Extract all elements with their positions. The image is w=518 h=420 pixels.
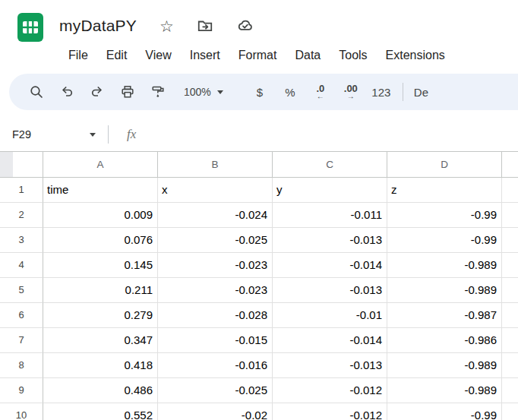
cell[interactable]: -0.012 [273,378,387,403]
menu-extensions[interactable]: Extensions [377,46,454,65]
format-currency-button[interactable]: $ [245,78,275,106]
star-icon[interactable]: ☆ [160,18,174,34]
formula-bar: F29 fx [0,118,518,151]
cell[interactable]: 0.347 [43,328,158,353]
table-row: 70.347-0.015-0.014-0.986 [0,328,518,353]
paint-format-button[interactable] [143,78,173,106]
row-header-7[interactable]: 7 [0,328,43,353]
cell[interactable]: -0.989 [387,378,502,403]
cell[interactable]: -0.014 [273,253,387,278]
zoom-selector[interactable]: 100% [176,78,231,106]
increase-decimal-button[interactable]: .00 → [336,78,366,106]
cell[interactable] [502,328,518,353]
cell[interactable]: -0.99 [387,403,502,420]
cell[interactable] [502,403,518,420]
column-header-d[interactable]: D [387,152,502,177]
cell[interactable]: -0.025 [158,378,273,403]
toolbar-wrap: 100% $ % .0 ← .00 → 123 [9,74,518,110]
font-selector[interactable]: De [409,78,433,106]
cell[interactable]: -0.989 [387,353,502,378]
cell[interactable]: -0.025 [158,228,273,253]
row-header-5[interactable]: 5 [0,278,43,303]
menu-edit[interactable]: Edit [97,46,137,65]
cell[interactable]: -0.987 [387,303,502,328]
more-formats-button[interactable]: 123 [366,78,396,106]
search-icon [29,84,44,99]
cell[interactable]: -0.986 [387,328,502,353]
cell[interactable] [502,203,518,228]
column-header-a[interactable]: A [43,152,158,177]
cell[interactable]: -0.989 [387,253,502,278]
cell[interactable]: 0.486 [43,378,158,403]
row-header-2[interactable]: 2 [0,203,43,228]
row-header-6[interactable]: 6 [0,303,43,328]
search-menus-button[interactable] [21,78,52,106]
menu-tools[interactable]: Tools [330,46,376,65]
sheets-logo[interactable] [15,12,46,43]
name-box[interactable]: F29 [9,123,102,146]
paint-format-icon [150,84,166,99]
cell[interactable]: -0.99 [387,203,502,228]
cell[interactable]: -0.02 [158,403,273,420]
row-header-3[interactable]: 3 [0,228,43,253]
cell[interactable]: 0.009 [43,203,158,228]
menu-format[interactable]: Format [229,46,286,65]
cell[interactable] [502,253,518,278]
document-title[interactable]: myDataPY [59,17,137,35]
fx-icon: fx [127,127,136,142]
column-header-c[interactable]: C [273,152,387,177]
cell[interactable]: x [158,178,273,203]
cell[interactable]: -0.024 [158,203,273,228]
cell[interactable]: -0.013 [273,228,387,253]
row-header-9[interactable]: 9 [0,378,43,403]
cell[interactable]: -0.99 [387,228,502,253]
cell[interactable] [502,228,518,253]
decrease-decimal-button[interactable]: .0 ← [305,78,336,106]
cell[interactable]: 0.145 [43,253,158,278]
row-header-10[interactable]: 10 [0,403,43,420]
redo-button[interactable] [82,78,112,106]
print-button[interactable] [112,78,143,106]
cell[interactable]: -0.01 [273,303,387,328]
row-header-4[interactable]: 4 [0,253,43,278]
cell[interactable]: 0.552 [43,403,158,420]
move-to-folder-icon[interactable] [197,17,213,34]
menu-file[interactable]: File [59,46,97,65]
row-header-1[interactable]: 1 [0,178,43,203]
column-header-stub[interactable] [502,152,518,177]
cell[interactable]: -0.023 [158,278,273,303]
cell[interactable]: -0.028 [158,303,273,328]
column-header-b[interactable]: B [158,152,273,177]
increase-decimal-icon: .00 → [344,84,358,100]
menu-data[interactable]: Data [286,46,330,65]
cell[interactable] [502,303,518,328]
format-percent-button[interactable]: % [275,78,305,106]
cell[interactable]: -0.013 [273,353,387,378]
cell[interactable]: -0.014 [273,328,387,353]
cell[interactable]: 0.211 [43,278,158,303]
undo-button[interactable] [52,78,82,106]
formula-input[interactable] [136,118,518,151]
menu-view[interactable]: View [136,46,180,65]
row-header-8[interactable]: 8 [0,353,43,378]
cell[interactable]: y [273,178,387,203]
cell[interactable]: -0.015 [158,328,273,353]
cell[interactable]: 0.279 [43,303,158,328]
cell[interactable] [502,353,518,378]
cell[interactable] [502,378,518,403]
cell[interactable] [502,278,518,303]
cell[interactable]: time [43,178,158,203]
cell[interactable]: -0.012 [273,403,387,420]
cell[interactable]: 0.418 [43,353,158,378]
menu-insert[interactable]: Insert [181,46,229,65]
cell[interactable]: -0.011 [273,203,387,228]
cell[interactable] [502,178,518,203]
cell[interactable]: -0.016 [158,353,273,378]
cell[interactable]: z [387,178,502,203]
cell[interactable]: -0.013 [273,278,387,303]
select-all-corner[interactable] [0,152,43,177]
cell[interactable]: -0.023 [158,253,273,278]
cell[interactable]: 0.076 [43,228,158,253]
cloud-save-status-icon[interactable] [236,17,254,35]
cell[interactable]: -0.989 [387,278,502,303]
